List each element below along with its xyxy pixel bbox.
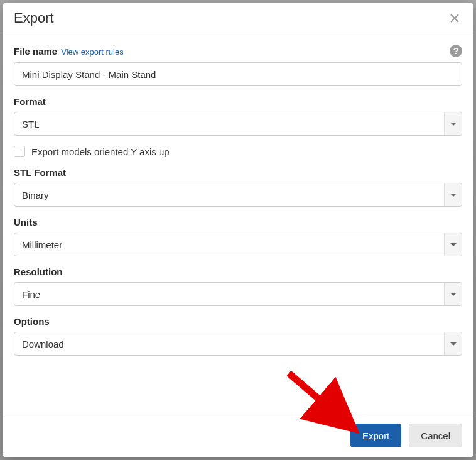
dialog-header: Export: [3, 3, 473, 33]
export-dialog: Export File name View export rules ? For…: [3, 3, 473, 457]
cancel-button[interactable]: Cancel: [409, 424, 462, 447]
file-name-input[interactable]: [14, 62, 462, 86]
options-select[interactable]: Download: [14, 332, 462, 356]
format-value: STL: [22, 119, 40, 129]
dialog-title: Export: [14, 10, 54, 26]
resolution-group: Resolution Fine: [14, 266, 462, 306]
format-select[interactable]: STL: [14, 112, 462, 136]
resolution-value: Fine: [22, 289, 40, 300]
y-axis-checkbox[interactable]: [14, 146, 25, 157]
options-label: Options: [14, 316, 50, 327]
y-axis-checkbox-row: Export models oriented Y axis up: [14, 146, 462, 157]
y-axis-checkbox-label[interactable]: Export models oriented Y axis up: [31, 146, 170, 157]
stl-format-label: STL Format: [14, 167, 66, 178]
units-select[interactable]: Millimeter: [14, 233, 462, 256]
resolution-label: Resolution: [14, 266, 63, 277]
units-label: Units: [14, 217, 38, 227]
dialog-body: File name View export rules ? Format STL…: [3, 33, 473, 413]
file-name-label: File name: [14, 46, 57, 57]
stl-format-select[interactable]: Binary: [14, 183, 462, 207]
format-group: Format STL: [14, 96, 462, 136]
help-icon[interactable]: ?: [450, 45, 462, 57]
stl-format-group: STL Format Binary: [14, 167, 462, 207]
view-export-rules-link[interactable]: View export rules: [61, 47, 123, 57]
units-value: Millimeter: [22, 239, 62, 250]
options-value: Download: [22, 339, 64, 349]
export-button[interactable]: Export: [350, 424, 401, 447]
units-group: Units Millimeter: [14, 217, 462, 256]
close-icon[interactable]: [447, 11, 462, 26]
stl-format-value: Binary: [22, 190, 49, 200]
options-group: Options Download: [14, 316, 462, 356]
file-name-group: File name View export rules ?: [14, 45, 462, 86]
dialog-footer: Export Cancel: [3, 413, 473, 457]
format-label: Format: [14, 96, 46, 107]
resolution-select[interactable]: Fine: [14, 282, 462, 306]
